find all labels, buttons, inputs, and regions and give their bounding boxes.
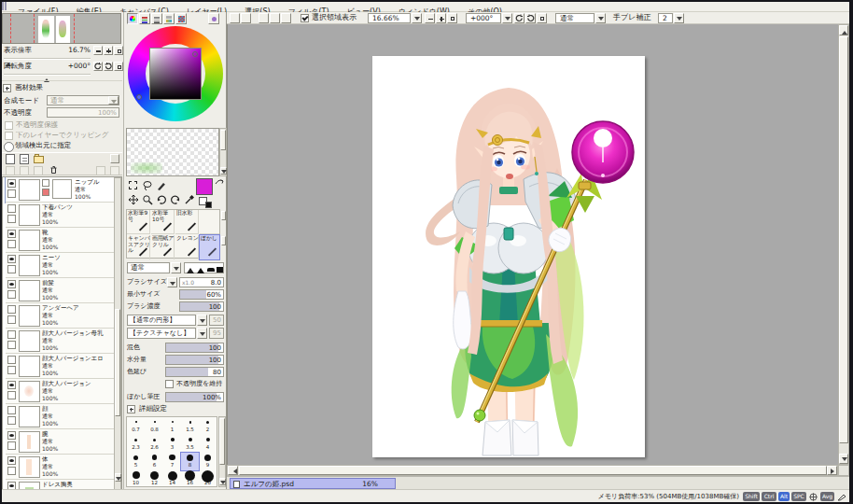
selection-display-checkbox[interactable] <box>301 14 309 22</box>
size-cell[interactable]: 7 <box>163 453 181 470</box>
paint-blend-dropdown-button[interactable] <box>595 13 606 23</box>
brush-empty-slot[interactable] <box>200 210 219 234</box>
edge-square-icon[interactable] <box>217 267 223 273</box>
brush-old-watercolor[interactable]: 旧水彩 <box>175 210 199 234</box>
layer-visibility-toggle[interactable] <box>7 230 16 238</box>
scroll-down-button[interactable] <box>220 167 227 175</box>
size-cell-selected[interactable]: 8 <box>181 453 199 470</box>
scroll-down-button[interactable] <box>219 478 226 485</box>
edge-mid-icon[interactable] <box>197 264 204 273</box>
new-folder-icon[interactable] <box>34 156 44 163</box>
layer-visibility-toggle[interactable] <box>7 204 16 213</box>
selection-tool-button[interactable] <box>241 13 251 23</box>
eyedropper-tool[interactable] <box>184 194 195 205</box>
layer-row[interactable]: ニップル 通常 100% <box>6 177 115 203</box>
brush-blur-selected[interactable]: ぼかし <box>200 235 219 259</box>
document-tab[interactable]: エルフの姫.psd 16% <box>230 478 396 489</box>
canvas-h-scrollbar-thumb[interactable] <box>239 466 827 475</box>
size-grid-scrollbar[interactable] <box>218 416 226 487</box>
brush-crayon[interactable]: クレヨン <box>175 235 199 259</box>
layer-visibility-toggle[interactable] <box>7 255 16 263</box>
new-layer-icon[interactable] <box>6 154 15 164</box>
navigator-preview[interactable] <box>2 13 121 44</box>
stabilizer-dropdown-button[interactable] <box>674 13 684 23</box>
navigator-zoom-slider[interactable] <box>4 58 91 60</box>
transfer-down-icon[interactable] <box>6 166 15 175</box>
brush-palette-scroll-down[interactable] <box>221 236 226 245</box>
brush-density-slider[interactable]: 100 <box>179 301 224 312</box>
size-cell[interactable]: 3 <box>163 435 181 453</box>
brush-texture-dropdown-button[interactable] <box>197 328 207 339</box>
zoom-out-button[interactable] <box>425 13 435 23</box>
layer-row[interactable]: アンダーヘア 通常 100% <box>6 303 115 329</box>
size-cell[interactable]: 4 <box>199 435 217 453</box>
blend-mode-select[interactable]: 通常 <box>47 95 119 105</box>
scratchpad-scrollbar[interactable] <box>219 128 227 176</box>
layer-row[interactable]: 顔大人バージョン 通常 100% <box>6 379 115 404</box>
edge-hard-icon[interactable] <box>207 268 215 272</box>
zoom-tool[interactable] <box>142 194 153 205</box>
rotate-view-tool[interactable] <box>156 194 167 205</box>
rotate-cw-button[interactable] <box>525 13 536 23</box>
layer-extra-toggle[interactable] <box>7 391 16 399</box>
size-cell[interactable]: 12 <box>146 470 163 488</box>
navigator-rotate-cw-button[interactable] <box>104 62 113 71</box>
scroll-right-button[interactable] <box>827 466 837 475</box>
swap-colors-icon[interactable] <box>215 177 224 187</box>
scratchpad-tab[interactable] <box>208 13 219 24</box>
water-slider[interactable]: 100 <box>165 355 224 365</box>
keep-opacity-checkbox[interactable] <box>165 380 174 388</box>
min-size-slider[interactable]: 60% <box>179 289 224 300</box>
brush-paper-acrylic[interactable]: 画用紙アクリル <box>151 235 175 259</box>
new-pen-layer-icon[interactable] <box>20 154 29 164</box>
size-cell[interactable]: 0.7 <box>127 417 145 435</box>
brush-size-slider[interactable]: x1.0 8.0 <box>179 277 224 287</box>
size-cell[interactable]: 14 <box>163 470 181 488</box>
detect-source-radio[interactable] <box>4 142 14 152</box>
rotation-value-box[interactable]: +000° <box>466 13 501 23</box>
layer-extra-toggle[interactable] <box>7 290 16 299</box>
size-cell[interactable]: 1.5 <box>181 417 199 435</box>
layer-opacity-slider[interactable]: 100% <box>47 107 119 118</box>
size-cell[interactable]: 16 <box>181 470 199 488</box>
dilution-slider[interactable]: 80 <box>165 367 224 377</box>
layer-row[interactable]: 顔大人バージョン母乳 通常 100% <box>6 329 115 354</box>
delete-layer-icon[interactable] <box>49 165 59 175</box>
navigator-rotation-reset-button[interactable] <box>114 62 123 71</box>
size-cell[interactable]: 20 <box>199 470 217 488</box>
selection-mode-button[interactable] <box>281 13 291 23</box>
zoom-value-box[interactable]: 16.66% <box>368 13 411 23</box>
scroll-up-button[interactable] <box>839 25 848 35</box>
size-cell[interactable]: 0.8 <box>146 417 163 435</box>
selection-tool-button[interactable] <box>230 13 240 23</box>
marquee-tool[interactable] <box>128 180 139 191</box>
brush-shape-dropdown-button[interactable] <box>197 315 207 326</box>
merge-down-icon[interactable] <box>20 166 29 175</box>
expand-icon[interactable] <box>3 84 11 92</box>
layer-down-icon[interactable] <box>110 166 119 175</box>
clipping-checkbox[interactable] <box>5 132 13 140</box>
layer-effect-icon[interactable] <box>42 189 49 196</box>
layer-visibility-toggle[interactable] <box>7 456 16 465</box>
zoom-in-button[interactable] <box>436 13 446 23</box>
layer-list-scrollbar-thumb[interactable] <box>115 309 120 416</box>
swatches-tab[interactable] <box>175 13 187 24</box>
navigator-zoom-reset-button[interactable] <box>114 46 123 55</box>
canvas-area[interactable] <box>227 24 838 465</box>
layer-up-icon[interactable] <box>96 166 105 175</box>
layer-visibility-toggle[interactable] <box>7 381 16 389</box>
layer-extra-toggle[interactable] <box>7 240 16 248</box>
layer-list-scrollbar[interactable] <box>114 177 121 494</box>
size-cell[interactable]: 10 <box>127 470 145 488</box>
layer-row[interactable]: 体 通常 100% <box>6 455 115 480</box>
color-mixer-tab[interactable] <box>163 13 175 24</box>
size-cell[interactable]: 6 <box>146 453 163 470</box>
size-cell[interactable]: 2.3 <box>127 435 145 453</box>
layer-row[interactable]: 靴 通常 100% <box>6 228 115 253</box>
brush-shape-strength-slider[interactable]: 50 <box>209 315 224 326</box>
layer-row[interactable]: 前髪 通常 100% <box>6 278 115 303</box>
brush-watercolor9[interactable]: 水彩筆9号 <box>127 210 150 234</box>
size-cell[interactable]: 3.5 <box>181 435 199 453</box>
sv-marker[interactable] <box>192 51 198 57</box>
color-wheel[interactable] <box>128 26 223 121</box>
